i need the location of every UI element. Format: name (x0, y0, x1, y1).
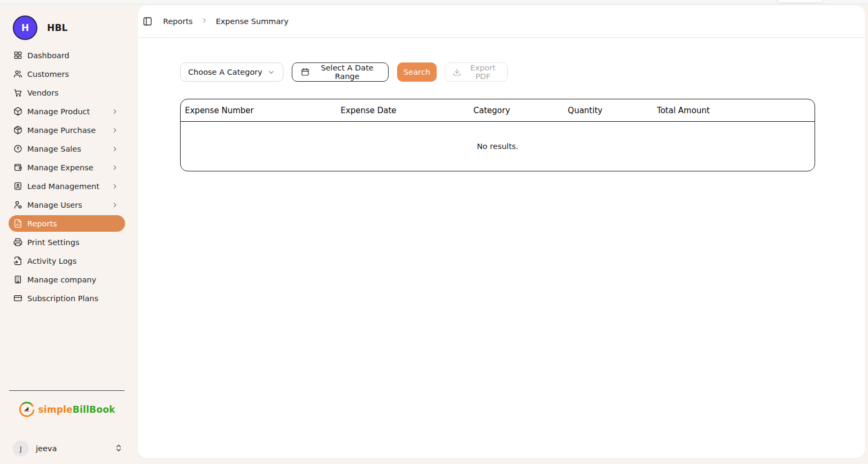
download-icon (453, 68, 461, 76)
cart-icon (13, 88, 22, 97)
table-body: No results. (181, 122, 815, 171)
column-header-expense-date: Expense Date (288, 106, 449, 115)
breadcrumb-section[interactable]: Reports (163, 17, 193, 26)
contact-icon (13, 182, 22, 191)
app-shell: H HBL DashboardCustomersVendorsManage Pr… (0, 4, 868, 464)
sidebar-item-manage-sales[interactable]: ₹Manage Sales (9, 140, 125, 157)
sidebar-item-print-settings[interactable]: Print Settings (9, 234, 125, 250)
column-header-total-amount: Total Amount (637, 106, 731, 115)
logo-text-simple: simple (38, 404, 72, 415)
sidebar-toggle-icon[interactable] (143, 17, 152, 26)
export-pdf-button[interactable]: Export PDF (445, 62, 508, 82)
customers-icon (13, 69, 22, 78)
sidebar-item-manage-users[interactable]: Manage Users (9, 196, 125, 213)
chevron-right-icon (111, 183, 119, 190)
content-card: Reports Expense Summary Choose A Categor… (138, 5, 865, 458)
sidebar-item-label: Reports (27, 219, 119, 228)
category-select[interactable]: Choose A Category (180, 62, 283, 82)
sidebar-item-manage-company[interactable]: Manage company (9, 271, 125, 288)
file-output-icon (13, 256, 22, 265)
credit-card-icon (13, 294, 22, 303)
sidebar-item-label: Dashboard (27, 51, 119, 60)
chevron-right-icon (111, 164, 119, 171)
sidebar-item-label: Lead Management (27, 182, 106, 191)
user-name: jeeva (36, 444, 107, 453)
company-name: HBL (47, 22, 68, 33)
wallet-icon (13, 163, 22, 172)
sidebar-item-label: Print Settings (27, 238, 119, 247)
building-icon (13, 275, 22, 284)
sidebar-item-label: Manage Sales (27, 145, 106, 153)
sidebar-item-manage-purchase[interactable]: Manage Purchase (9, 122, 125, 138)
sidebar-item-label: Manage company (27, 276, 119, 284)
user-avatar: J (13, 441, 29, 457)
sidebar-item-lead-management[interactable]: Lead Management (9, 178, 125, 194)
sidebar-item-label: Vendors (27, 89, 119, 97)
sidebar-item-dashboard[interactable]: Dashboard (9, 47, 125, 64)
breadcrumb-bar: Reports Expense Summary (138, 5, 865, 38)
sidebar-item-subscription-plans[interactable]: Subscription Plans (9, 290, 125, 306)
sidebar-item-label: Manage Purchase (27, 126, 106, 135)
table-header-row: Expense NumberExpense DateCategoryQuanti… (181, 99, 815, 122)
search-button[interactable]: Search (397, 62, 437, 82)
sidebar-item-label: Manage Product (27, 107, 106, 116)
logo-text-billbook: BillBook (73, 404, 115, 415)
sidebar-nav: DashboardCustomersVendorsManage ProductM… (0, 47, 134, 309)
date-range-button[interactable]: Select A Date Range (292, 62, 389, 82)
simplebillbook-logo-icon (18, 400, 36, 418)
top-browser-strip (0, 0, 868, 4)
export-pdf-label: Export PDF (466, 64, 500, 81)
svg-text:₹: ₹ (17, 146, 19, 151)
chevron-right-icon (111, 108, 119, 115)
sidebar-item-customers[interactable]: Customers (9, 66, 125, 82)
sidebar: H HBL DashboardCustomersVendorsManage Pr… (0, 4, 134, 464)
sidebar-item-label: Customers (27, 70, 119, 78)
column-header-quantity: Quantity (534, 106, 637, 115)
sidebar-item-manage-expense[interactable]: Manage Expense (9, 159, 125, 176)
filter-toolbar: Choose A Category Select A Date Range Se… (180, 62, 865, 82)
sidebar-spacer (0, 309, 134, 390)
sidebar-item-label: Activity Logs (27, 257, 119, 265)
user-cog-icon (13, 200, 22, 209)
chevron-right-icon (200, 17, 208, 26)
file-chart-icon (13, 219, 22, 228)
rupee-circle-icon: ₹ (13, 144, 22, 153)
chevron-right-icon (111, 145, 119, 153)
breadcrumb-page: Expense Summary (216, 17, 289, 26)
sidebar-item-activity-logs[interactable]: Activity Logs (9, 253, 125, 269)
empty-results-message: No results. (477, 142, 518, 151)
brand: H HBL (0, 11, 134, 47)
chevron-down-icon (267, 68, 275, 76)
sidebar-item-label: Manage Expense (27, 163, 106, 172)
chevrons-up-down-icon (114, 444, 123, 454)
printer-icon (13, 238, 22, 247)
column-header-category: Category (449, 106, 534, 115)
sidebar-item-label: Subscription Plans (27, 294, 119, 303)
simplebillbook-logo: simpleBillBook (0, 400, 134, 418)
user-menu[interactable]: J jeeva (13, 441, 123, 457)
package-icon (13, 107, 22, 116)
company-avatar[interactable]: H (13, 15, 37, 40)
breadcrumb: Reports Expense Summary (163, 17, 289, 26)
chevron-right-icon (111, 201, 119, 209)
sidebar-item-label: Manage Users (27, 201, 106, 209)
column-header-expense-number: Expense Number (181, 106, 288, 115)
main-area: Reports Expense Summary Choose A Categor… (134, 4, 868, 464)
sidebar-item-reports[interactable]: Reports (9, 215, 125, 232)
category-select-value: Choose A Category (188, 68, 262, 76)
expense-summary-table: Expense NumberExpense DateCategoryQuanti… (180, 99, 815, 171)
package-check-icon (13, 125, 22, 135)
sidebar-divider (9, 390, 125, 391)
sidebar-item-vendors[interactable]: Vendors (9, 84, 125, 101)
dashboard-grid-icon (13, 51, 22, 60)
calendar-icon (301, 68, 309, 76)
chevron-right-icon (111, 127, 119, 134)
sidebar-item-manage-product[interactable]: Manage Product (9, 103, 125, 120)
top-toolbar-pill (776, 0, 824, 3)
date-range-label: Select A Date Range (315, 64, 379, 81)
